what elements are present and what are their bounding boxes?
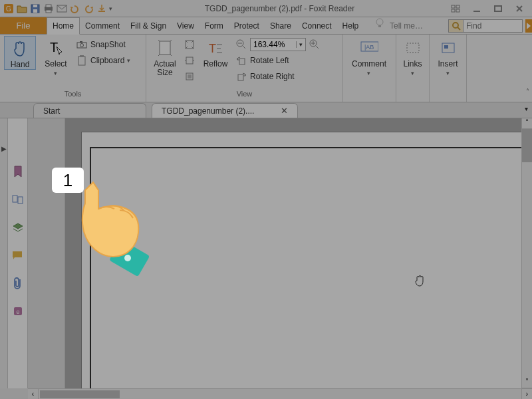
view-group-label: View <box>150 90 338 102</box>
hand-tool-button[interactable]: Hand <box>4 36 36 70</box>
clipboard-button[interactable]: Clipboard ▾ <box>76 53 130 68</box>
vertical-scrollbar[interactable]: ˄ ˅ <box>521 118 532 388</box>
minimize-button[interactable] <box>468 3 485 14</box>
svg-rect-3 <box>33 9 37 13</box>
svg-point-21 <box>80 44 84 47</box>
menu-connect[interactable]: Connect <box>297 17 337 34</box>
signatures-icon[interactable]: e <box>11 305 25 318</box>
links-button[interactable]: Links▾ <box>400 36 425 78</box>
menubar: File Home Comment Fill & Sign View Form … <box>0 17 532 35</box>
print-icon[interactable] <box>43 3 55 15</box>
find-next-button[interactable] <box>525 19 532 33</box>
zoom-combo[interactable]: ▾ <box>250 38 306 51</box>
svg-rect-42 <box>13 251 22 257</box>
actual-size-button[interactable]: ActualSize <box>150 36 180 77</box>
scroll-right-icon[interactable]: › <box>521 389 532 399</box>
menu-help[interactable]: Help <box>337 17 364 34</box>
h-scroll-thumb[interactable] <box>40 390 120 398</box>
svg-rect-12 <box>452 9 455 12</box>
menu-comment[interactable]: Comment <box>80 17 125 34</box>
sidebar-toggle[interactable]: ▶ <box>0 118 8 388</box>
open-icon[interactable] <box>16 3 28 15</box>
close-button[interactable] <box>511 3 528 14</box>
svg-rect-14 <box>473 11 480 12</box>
find-input[interactable] <box>464 20 522 32</box>
ribbon: Hand T Select▾ SnapShot <box>0 35 532 102</box>
svg-rect-33 <box>239 59 245 65</box>
rotate-right-button[interactable]: Rotate Right <box>235 69 321 84</box>
fit-page-button[interactable] <box>184 37 196 52</box>
svg-rect-7 <box>46 10 51 13</box>
zoom-dropdown-icon[interactable]: ▾ <box>296 41 305 48</box>
fit-width-button[interactable] <box>184 53 196 68</box>
reflow-icon: T <box>206 39 225 57</box>
pages-icon[interactable] <box>11 193 25 206</box>
v-scroll-thumb[interactable] <box>522 129 532 162</box>
menu-home[interactable]: Home <box>47 17 80 35</box>
scroll-mode-icon[interactable] <box>96 3 108 15</box>
attachments-icon[interactable] <box>11 277 25 290</box>
select-tool-button[interactable]: T Select▾ <box>40 36 72 78</box>
menu-fill-sign[interactable]: Fill & Sign <box>125 17 172 34</box>
undo-icon[interactable] <box>69 3 81 15</box>
tools-group-label: Tools <box>4 90 142 102</box>
rotate-left-button[interactable]: Rotate Left <box>235 53 321 68</box>
svg-rect-37 <box>407 43 419 53</box>
fit-visible-icon <box>184 70 196 82</box>
document-tabstrip: Start TGDD_pagenumber (2).... ✕ ▾ <box>0 102 532 118</box>
email-icon[interactable] <box>56 3 68 15</box>
svg-text:T: T <box>209 42 216 55</box>
camera-icon <box>76 39 88 51</box>
svg-point-46 <box>124 255 131 261</box>
scroll-down-icon[interactable]: ˅ <box>522 378 532 388</box>
bookmarks-icon[interactable] <box>11 165 25 178</box>
menu-view[interactable]: View <box>172 17 200 34</box>
svg-text:e: e <box>16 309 19 315</box>
reflow-button[interactable]: T Reflow <box>200 36 231 68</box>
svg-rect-10 <box>452 5 455 8</box>
pointing-hand-icon <box>72 180 152 273</box>
svg-rect-22 <box>80 41 82 43</box>
tell-me-input[interactable]: Tell me… <box>386 17 446 34</box>
collapse-ribbon-icon[interactable]: ˄ <box>526 88 529 95</box>
horizontal-scrollbar[interactable]: ‹ › <box>28 388 532 399</box>
comment-button[interactable]: |AB Comment▾ <box>347 36 391 78</box>
svg-rect-40 <box>13 196 17 202</box>
menu-form[interactable]: Form <box>200 17 229 34</box>
tab-overflow-icon[interactable]: ▾ <box>525 105 528 112</box>
save-icon[interactable] <box>29 3 41 15</box>
titlebar: G ▾ TGDD_pagenumber (2).pdf - Foxit Read… <box>0 0 532 17</box>
search-icon[interactable] <box>449 20 464 32</box>
insert-button[interactable]: Insert▾ <box>434 36 462 78</box>
layers-icon[interactable] <box>11 221 25 234</box>
comments-icon[interactable] <box>11 249 25 262</box>
find-box[interactable] <box>448 19 523 33</box>
page-thumbnail-gutter <box>28 118 65 388</box>
scroll-left-icon[interactable]: ‹ <box>28 389 39 399</box>
zoom-input[interactable] <box>251 40 296 49</box>
menu-share[interactable]: Share <box>265 17 297 34</box>
file-menu[interactable]: File <box>0 17 47 34</box>
rotate-left-icon <box>235 55 247 66</box>
zoom-in-icon[interactable] <box>309 39 321 51</box>
svg-rect-6 <box>46 5 51 7</box>
scroll-up-icon[interactable]: ˄ <box>522 118 532 129</box>
close-tab-icon[interactable]: ✕ <box>281 106 288 116</box>
fit-width-icon <box>184 55 196 66</box>
snapshot-button[interactable]: SnapShot <box>76 37 130 52</box>
fit-visible-button[interactable] <box>184 69 196 84</box>
svg-rect-11 <box>456 5 460 8</box>
maximize-button[interactable] <box>489 3 507 14</box>
hand-icon <box>11 39 29 58</box>
svg-rect-41 <box>18 197 23 203</box>
ribbon-expand-icon[interactable] <box>447 3 464 14</box>
svg-rect-24 <box>80 55 84 57</box>
zoom-out-icon[interactable] <box>235 39 247 51</box>
tab-document[interactable]: TGDD_pagenumber (2).... ✕ <box>152 103 298 118</box>
menu-protect[interactable]: Protect <box>229 17 265 34</box>
svg-rect-34 <box>238 74 243 80</box>
svg-rect-4 <box>33 5 37 7</box>
svg-rect-17 <box>378 25 381 27</box>
redo-icon[interactable] <box>82 3 94 15</box>
tab-start[interactable]: Start <box>33 103 146 118</box>
